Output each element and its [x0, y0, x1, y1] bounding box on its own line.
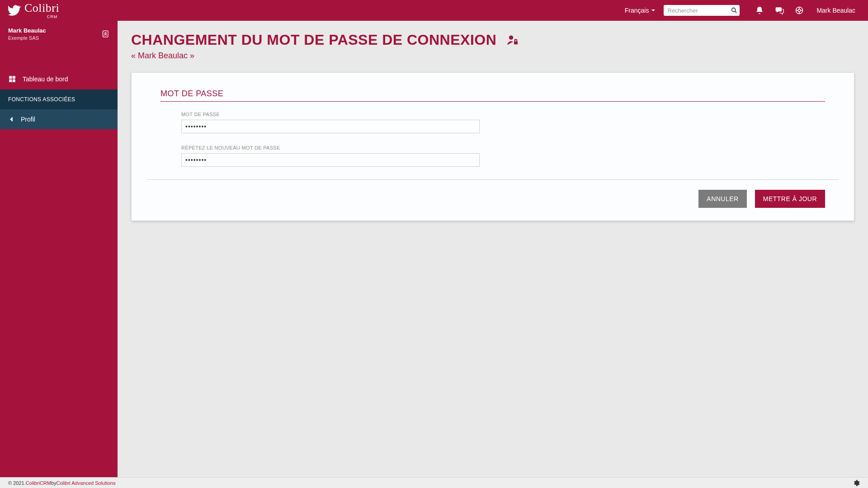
bell-icon[interactable]: [755, 6, 764, 15]
svg-rect-14: [13, 76, 15, 79]
page-header: CHANGEMENT DU MOT DE PASSE DE CONNEXION: [131, 32, 854, 48]
field-repeat-password: RÉPÉTEZ LE NOUVEAU MOT DE PASSE: [160, 145, 825, 167]
svg-rect-13: [9, 76, 12, 79]
gear-icon[interactable]: [853, 479, 860, 487]
language-label: Français: [625, 7, 649, 14]
field-label: MOT DE PASSE: [160, 112, 825, 117]
field-password: MOT DE PASSE: [160, 112, 825, 133]
divider: [147, 179, 839, 180]
address-book-icon[interactable]: [101, 30, 109, 38]
svg-rect-18: [514, 41, 518, 44]
svg-point-9: [105, 33, 106, 34]
sidebar-item-profile[interactable]: Profil: [0, 109, 118, 129]
chat-icon[interactable]: [775, 6, 784, 15]
sidebar-org-name: Exemple SAS: [8, 35, 46, 41]
button-row: ANNULER METTRE À JOUR: [160, 190, 825, 208]
field-label: RÉPÉTEZ LE NOUVEAU MOT DE PASSE: [160, 145, 825, 150]
bird-icon: [8, 4, 21, 17]
svg-line-1: [735, 11, 737, 13]
footer-copyright: © 2021.: [8, 480, 26, 486]
svg-point-0: [732, 8, 736, 12]
brand-sub: CRM: [24, 15, 59, 19]
sidebar-section-header: FONCTIONS ASSOCIÉES: [0, 89, 118, 109]
language-selector[interactable]: Français: [625, 7, 656, 14]
footer-by: by: [51, 480, 57, 486]
brand-logo[interactable]: Colibri CRM: [0, 2, 118, 19]
main-content: CHANGEMENT DU MOT DE PASSE DE CONNEXION …: [118, 21, 868, 477]
dashboard-icon: [8, 75, 16, 83]
svg-rect-16: [13, 80, 15, 82]
search-input[interactable]: [664, 5, 740, 16]
section-title: MOT DE PASSE: [160, 89, 825, 102]
svg-point-17: [509, 35, 513, 39]
password-card: MOT DE PASSE MOT DE PASSE RÉPÉTEZ LE NOU…: [131, 72, 854, 221]
chevron-left-icon: [8, 116, 14, 122]
user-lock-icon: [506, 34, 519, 47]
password-input[interactable]: [181, 120, 480, 133]
sidebar-item-dashboard[interactable]: Tableau de bord: [0, 69, 118, 89]
search-icon[interactable]: [731, 7, 738, 14]
topbar-user-name[interactable]: Mark Beaulac: [816, 7, 855, 14]
topbar: Colibri CRM Français Mark Beaulac: [0, 0, 868, 21]
sidebar-user-block: Mark Beaulac Exemple SAS: [0, 21, 118, 47]
footer-product-link[interactable]: ColibriCRM: [26, 480, 51, 486]
footer-company-link[interactable]: Colibri Advanced Solutions: [57, 480, 116, 486]
chevron-down-icon: [651, 8, 656, 13]
support-icon[interactable]: [795, 6, 804, 15]
sidebar-item-label: Profil: [21, 116, 35, 123]
brand-name: Colibri: [24, 2, 59, 14]
page-title: CHANGEMENT DU MOT DE PASSE DE CONNEXION: [131, 32, 496, 48]
sidebar: Mark Beaulac Exemple SAS Tableau de bord…: [0, 21, 118, 477]
sidebar-user-name: Mark Beaulac: [8, 27, 46, 34]
search-wrap: [664, 5, 740, 16]
page-subtitle: « Mark Beaulac »: [131, 51, 854, 61]
repeat-password-input[interactable]: [181, 153, 480, 167]
svg-point-3: [798, 9, 801, 11]
svg-rect-15: [9, 80, 12, 82]
sidebar-item-label: Tableau de bord: [23, 75, 68, 83]
footer: © 2021. ColibriCRM by Colibri Advanced S…: [0, 477, 868, 488]
cancel-button[interactable]: ANNULER: [698, 190, 746, 208]
submit-button[interactable]: METTRE À JOUR: [755, 190, 825, 208]
